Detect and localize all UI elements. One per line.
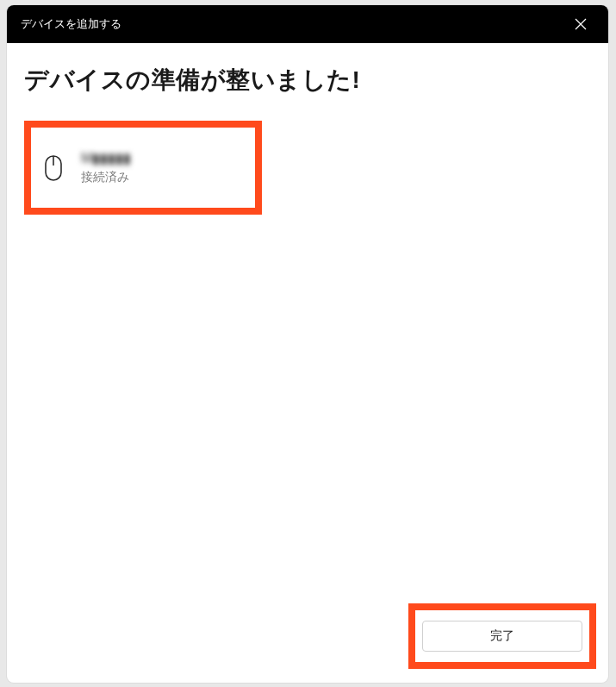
device-name: M▮▮▮▮▮	[81, 150, 131, 166]
dialog-footer: 完了	[408, 603, 596, 669]
done-button[interactable]: 完了	[422, 621, 582, 652]
device-status: 接続済み	[81, 170, 131, 185]
mouse-icon	[38, 153, 69, 184]
dialog-content: デバイスの準備が整いました! M▮▮▮▮▮ 接続済み 完了	[7, 43, 608, 683]
add-device-dialog: デバイスを追加する デバイスの準備が整いました! M▮▮▮▮▮ 接続済み	[7, 5, 608, 683]
done-button-highlight: 完了	[408, 603, 596, 669]
close-button[interactable]	[567, 10, 594, 38]
close-icon	[575, 18, 587, 30]
device-card-highlight: M▮▮▮▮▮ 接続済み	[24, 121, 262, 215]
device-info: M▮▮▮▮▮ 接続済み	[81, 150, 131, 185]
page-title: デバイスの準備が整いました!	[24, 64, 591, 97]
dialog-title: デバイスを追加する	[21, 16, 121, 32]
device-card[interactable]: M▮▮▮▮▮ 接続済み	[31, 128, 255, 208]
titlebar: デバイスを追加する	[7, 5, 608, 43]
